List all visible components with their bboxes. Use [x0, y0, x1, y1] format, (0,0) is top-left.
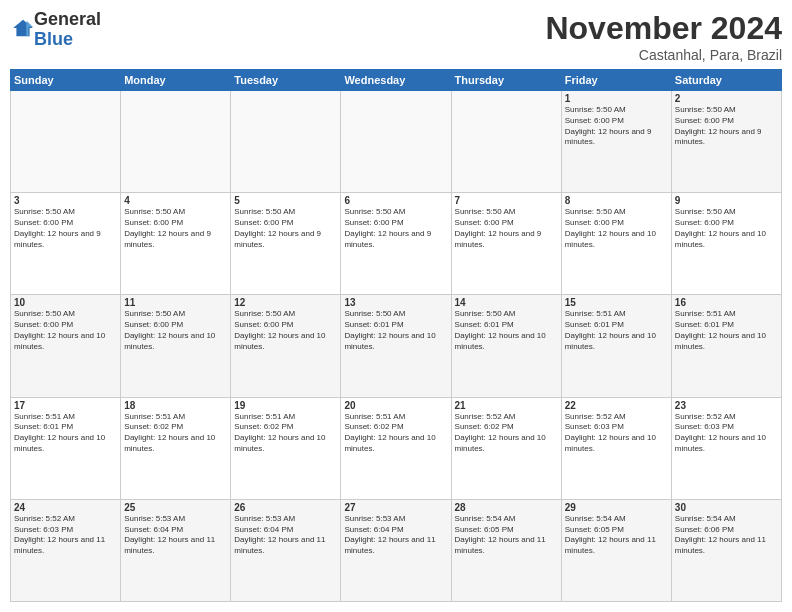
day-info: Sunrise: 5:52 AM Sunset: 6:03 PM Dayligh… — [565, 412, 668, 455]
logo-icon — [12, 17, 34, 39]
calendar-cell: 4Sunrise: 5:50 AM Sunset: 6:00 PM Daylig… — [121, 193, 231, 295]
day-number: 21 — [455, 400, 558, 411]
calendar-cell: 22Sunrise: 5:52 AM Sunset: 6:03 PM Dayli… — [561, 397, 671, 499]
calendar-cell: 12Sunrise: 5:50 AM Sunset: 6:00 PM Dayli… — [231, 295, 341, 397]
day-info: Sunrise: 5:50 AM Sunset: 6:00 PM Dayligh… — [124, 207, 227, 250]
svg-marker-0 — [13, 20, 33, 37]
calendar-cell — [451, 91, 561, 193]
day-info: Sunrise: 5:50 AM Sunset: 6:00 PM Dayligh… — [124, 309, 227, 352]
day-info: Sunrise: 5:50 AM Sunset: 6:00 PM Dayligh… — [14, 309, 117, 352]
title-block: November 2024 Castanhal, Para, Brazil — [545, 10, 782, 63]
day-number: 29 — [565, 502, 668, 513]
calendar-cell: 24Sunrise: 5:52 AM Sunset: 6:03 PM Dayli… — [11, 499, 121, 601]
day-info: Sunrise: 5:54 AM Sunset: 6:05 PM Dayligh… — [455, 514, 558, 557]
calendar-cell: 3Sunrise: 5:50 AM Sunset: 6:00 PM Daylig… — [11, 193, 121, 295]
header: General Blue November 2024 Castanhal, Pa… — [10, 10, 782, 63]
day-number: 18 — [124, 400, 227, 411]
day-info: Sunrise: 5:50 AM Sunset: 6:00 PM Dayligh… — [234, 309, 337, 352]
calendar-cell: 11Sunrise: 5:50 AM Sunset: 6:00 PM Dayli… — [121, 295, 231, 397]
calendar-week-row: 17Sunrise: 5:51 AM Sunset: 6:01 PM Dayli… — [11, 397, 782, 499]
calendar-header-row: SundayMondayTuesdayWednesdayThursdayFrid… — [11, 70, 782, 91]
day-info: Sunrise: 5:51 AM Sunset: 6:01 PM Dayligh… — [675, 309, 778, 352]
day-number: 23 — [675, 400, 778, 411]
day-header-thursday: Thursday — [451, 70, 561, 91]
calendar-cell: 26Sunrise: 5:53 AM Sunset: 6:04 PM Dayli… — [231, 499, 341, 601]
page: General Blue November 2024 Castanhal, Pa… — [0, 0, 792, 612]
day-info: Sunrise: 5:50 AM Sunset: 6:01 PM Dayligh… — [344, 309, 447, 352]
location-title: Castanhal, Para, Brazil — [545, 47, 782, 63]
calendar-cell: 29Sunrise: 5:54 AM Sunset: 6:05 PM Dayli… — [561, 499, 671, 601]
day-number: 28 — [455, 502, 558, 513]
calendar-week-row: 3Sunrise: 5:50 AM Sunset: 6:00 PM Daylig… — [11, 193, 782, 295]
calendar-cell: 2Sunrise: 5:50 AM Sunset: 6:00 PM Daylig… — [671, 91, 781, 193]
calendar-cell: 28Sunrise: 5:54 AM Sunset: 6:05 PM Dayli… — [451, 499, 561, 601]
calendar-cell: 8Sunrise: 5:50 AM Sunset: 6:00 PM Daylig… — [561, 193, 671, 295]
day-number: 17 — [14, 400, 117, 411]
day-info: Sunrise: 5:50 AM Sunset: 6:00 PM Dayligh… — [455, 207, 558, 250]
day-info: Sunrise: 5:51 AM Sunset: 6:02 PM Dayligh… — [234, 412, 337, 455]
day-header-saturday: Saturday — [671, 70, 781, 91]
day-info: Sunrise: 5:50 AM Sunset: 6:00 PM Dayligh… — [344, 207, 447, 250]
day-info: Sunrise: 5:51 AM Sunset: 6:02 PM Dayligh… — [124, 412, 227, 455]
logo: General Blue — [10, 10, 101, 50]
logo-blue: Blue — [34, 29, 73, 49]
calendar-cell: 27Sunrise: 5:53 AM Sunset: 6:04 PM Dayli… — [341, 499, 451, 601]
calendar-cell: 20Sunrise: 5:51 AM Sunset: 6:02 PM Dayli… — [341, 397, 451, 499]
calendar-cell: 30Sunrise: 5:54 AM Sunset: 6:06 PM Dayli… — [671, 499, 781, 601]
day-number: 22 — [565, 400, 668, 411]
calendar-cell: 17Sunrise: 5:51 AM Sunset: 6:01 PM Dayli… — [11, 397, 121, 499]
calendar-cell — [231, 91, 341, 193]
calendar-cell: 15Sunrise: 5:51 AM Sunset: 6:01 PM Dayli… — [561, 295, 671, 397]
calendar-cell — [121, 91, 231, 193]
calendar-cell: 5Sunrise: 5:50 AM Sunset: 6:00 PM Daylig… — [231, 193, 341, 295]
day-header-sunday: Sunday — [11, 70, 121, 91]
day-header-wednesday: Wednesday — [341, 70, 451, 91]
calendar-cell: 25Sunrise: 5:53 AM Sunset: 6:04 PM Dayli… — [121, 499, 231, 601]
day-info: Sunrise: 5:50 AM Sunset: 6:00 PM Dayligh… — [675, 207, 778, 250]
day-number: 7 — [455, 195, 558, 206]
calendar-week-row: 24Sunrise: 5:52 AM Sunset: 6:03 PM Dayli… — [11, 499, 782, 601]
day-number: 16 — [675, 297, 778, 308]
day-info: Sunrise: 5:53 AM Sunset: 6:04 PM Dayligh… — [344, 514, 447, 557]
calendar-cell: 10Sunrise: 5:50 AM Sunset: 6:00 PM Dayli… — [11, 295, 121, 397]
calendar-table: SundayMondayTuesdayWednesdayThursdayFrid… — [10, 69, 782, 602]
day-number: 30 — [675, 502, 778, 513]
calendar-cell — [341, 91, 451, 193]
day-number: 24 — [14, 502, 117, 513]
day-number: 6 — [344, 195, 447, 206]
day-number: 19 — [234, 400, 337, 411]
calendar-cell: 21Sunrise: 5:52 AM Sunset: 6:02 PM Dayli… — [451, 397, 561, 499]
day-number: 12 — [234, 297, 337, 308]
day-number: 2 — [675, 93, 778, 104]
calendar-week-row: 1Sunrise: 5:50 AM Sunset: 6:00 PM Daylig… — [11, 91, 782, 193]
day-info: Sunrise: 5:52 AM Sunset: 6:02 PM Dayligh… — [455, 412, 558, 455]
day-number: 14 — [455, 297, 558, 308]
day-info: Sunrise: 5:54 AM Sunset: 6:05 PM Dayligh… — [565, 514, 668, 557]
day-info: Sunrise: 5:53 AM Sunset: 6:04 PM Dayligh… — [234, 514, 337, 557]
calendar-cell: 7Sunrise: 5:50 AM Sunset: 6:00 PM Daylig… — [451, 193, 561, 295]
day-number: 8 — [565, 195, 668, 206]
calendar-cell: 18Sunrise: 5:51 AM Sunset: 6:02 PM Dayli… — [121, 397, 231, 499]
day-info: Sunrise: 5:54 AM Sunset: 6:06 PM Dayligh… — [675, 514, 778, 557]
day-number: 20 — [344, 400, 447, 411]
day-number: 27 — [344, 502, 447, 513]
day-number: 3 — [14, 195, 117, 206]
day-info: Sunrise: 5:51 AM Sunset: 6:02 PM Dayligh… — [344, 412, 447, 455]
calendar-cell: 1Sunrise: 5:50 AM Sunset: 6:00 PM Daylig… — [561, 91, 671, 193]
day-header-monday: Monday — [121, 70, 231, 91]
day-info: Sunrise: 5:50 AM Sunset: 6:00 PM Dayligh… — [14, 207, 117, 250]
logo-general: General — [34, 9, 101, 29]
day-info: Sunrise: 5:52 AM Sunset: 6:03 PM Dayligh… — [14, 514, 117, 557]
day-number: 4 — [124, 195, 227, 206]
day-number: 15 — [565, 297, 668, 308]
calendar-cell: 19Sunrise: 5:51 AM Sunset: 6:02 PM Dayli… — [231, 397, 341, 499]
day-number: 25 — [124, 502, 227, 513]
calendar-cell: 16Sunrise: 5:51 AM Sunset: 6:01 PM Dayli… — [671, 295, 781, 397]
calendar-cell: 6Sunrise: 5:50 AM Sunset: 6:00 PM Daylig… — [341, 193, 451, 295]
calendar-cell — [11, 91, 121, 193]
day-info: Sunrise: 5:50 AM Sunset: 6:00 PM Dayligh… — [675, 105, 778, 148]
day-header-tuesday: Tuesday — [231, 70, 341, 91]
day-number: 1 — [565, 93, 668, 104]
day-info: Sunrise: 5:50 AM Sunset: 6:00 PM Dayligh… — [565, 207, 668, 250]
day-info: Sunrise: 5:53 AM Sunset: 6:04 PM Dayligh… — [124, 514, 227, 557]
